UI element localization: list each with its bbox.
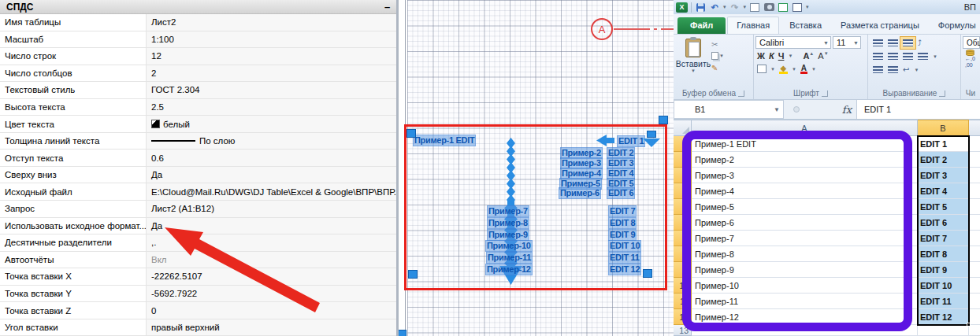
cell-b[interactable]: EDIT 10 [918,278,969,294]
ribbon-tab[interactable]: Вставка [781,17,830,34]
property-value[interactable]: По слою [147,133,399,150]
ribbon-tab[interactable]: Разметка страницы [832,17,928,34]
cut-icon[interactable]: ✂ [711,39,724,49]
customize-qat-icon[interactable]: ▾ [806,4,809,10]
decrease-indent-icon[interactable] [873,66,883,73]
orientation-icon[interactable]: ⤴ [918,39,922,47]
cell-b[interactable]: EDIT 1 [918,136,969,152]
cell-a[interactable]: Пример-12 [692,309,918,325]
cell-b[interactable]: EDIT 4 [918,183,969,199]
cell-c[interactable] [969,294,980,309]
property-row[interactable]: Толщина линий текста По слою [0,133,399,150]
cell-c[interactable] [969,152,980,168]
name-box-resize-icon[interactable] [793,106,800,113]
row-header[interactable]: 2 [674,152,692,168]
cad-text[interactable]: Пример-7 [487,205,529,217]
cell-b[interactable]: EDIT 11 [918,294,969,309]
cell-a[interactable] [692,325,918,336]
grow-font-button[interactable]: А▲ [803,51,814,61]
align-top-icon[interactable] [873,39,883,46]
align-bottom-icon[interactable] [903,39,913,46]
select-all-button[interactable] [674,120,692,136]
undo-icon[interactable]: ↶ [709,2,720,13]
cell-b[interactable]: EDIT 7 [918,231,969,246]
cell-c[interactable] [969,199,980,215]
undo-dropdown-icon[interactable]: ▾ [723,4,726,10]
property-value[interactable]: правый верхний [147,319,399,336]
row-header[interactable]: 1 [674,136,692,152]
property-row[interactable]: Точка вставки Y -5692.7922 [0,286,399,303]
row-header[interactable]: 5 [674,199,692,215]
grip-top-right[interactable] [659,116,668,124]
cad-text[interactable]: EDIT 12 [608,264,641,275]
cell-a[interactable]: Пример-8 [692,246,918,262]
cad-text[interactable]: EDIT 11 [608,252,641,264]
property-value[interactable]: 0 [147,302,399,319]
underline-dropdown-icon[interactable]: ▼ [788,54,793,58]
grip-bottom-right[interactable] [643,269,652,278]
clipboard-dialog-launcher-icon[interactable] [738,90,744,97]
cell-b[interactable]: EDIT 3 [918,168,969,183]
bold-button[interactable]: Ж [757,51,765,61]
number-format-select[interactable]: Общ [963,36,980,49]
alignment-dialog-launcher-icon[interactable] [939,90,945,97]
property-value[interactable]: Лист2 (A1:B12) [147,201,399,217]
cell-c[interactable] [969,168,980,183]
italic-button[interactable]: К [769,51,774,61]
paste-dropdown-icon[interactable]: ▼ [691,68,696,73]
borders-dropdown-icon[interactable]: ▼ [770,67,775,72]
shrink-font-button[interactable]: А▼ [818,51,828,61]
property-value[interactable]: 12 [147,48,399,65]
cell-b[interactable] [918,325,969,336]
property-value[interactable]: Вкл [147,252,399,268]
font-size-select[interactable]: 11▼ [833,36,861,49]
property-row[interactable]: Десятичные разделители ,. [0,234,399,252]
property-value[interactable]: ,. [147,234,399,251]
property-value[interactable]: 0.6 [147,150,399,166]
borders-icon[interactable] [757,65,767,73]
fill-color-icon[interactable]: ◆ [779,65,788,74]
cell-a[interactable]: Пример-7 [692,231,918,246]
property-row[interactable]: Автоотчёты Вкл [0,252,399,269]
property-value[interactable]: -5692.7922 [147,286,399,302]
property-value[interactable]: Да [147,218,399,234]
property-row[interactable]: Цвет текста белый [0,116,399,133]
column-header-b[interactable]: B [918,120,969,136]
property-row[interactable]: Высота текста 2.5 [0,99,399,116]
increase-decimal-icon[interactable]: ←,0 [963,56,978,62]
copy-icon[interactable]: ▼ [711,51,724,61]
property-row[interactable]: Точка вставки Z 0 [0,302,399,319]
insert-function-icon[interactable]: fx [842,104,852,116]
cell-c[interactable] [969,262,980,278]
wrap-text-icon[interactable]: ↩ [903,65,909,74]
cell-c[interactable] [969,246,980,262]
panel-minimize-button[interactable]: – [382,2,392,12]
cad-text[interactable]: Пример-10 [485,240,533,252]
format-painter-icon[interactable]: ✎ [711,63,724,72]
cad-text[interactable]: EDIT 9 [608,229,637,241]
grip-partial-bottom[interactable] [399,330,406,336]
property-value[interactable]: Лист2 [147,14,399,31]
underline-button[interactable]: Ч [778,51,785,61]
column-header-c[interactable] [969,120,980,136]
property-row[interactable]: Сверху вниз Да [0,167,399,184]
cad-text[interactable]: Пример-11 [486,252,533,264]
align-center-icon[interactable] [888,53,898,60]
row-header[interactable]: 10 [674,278,692,294]
property-row[interactable]: Точка вставки X -22262.5107 [0,268,399,286]
row-header[interactable]: 8 [674,246,692,262]
row-header[interactable]: 9 [674,262,692,278]
property-value[interactable]: ГОСТ 2.304 [147,82,399,98]
cad-text[interactable]: EDIT 7 [608,205,637,217]
column-header-a[interactable]: A [692,120,918,136]
cell-a[interactable]: Пример-4 [692,183,918,199]
merge-dropdown-icon[interactable]: ▼ [933,54,937,59]
cell-c[interactable] [969,325,980,336]
property-row[interactable]: Запрос Лист2 (A1:B12) [0,201,399,218]
property-value[interactable]: 1:100 [147,31,399,48]
property-value[interactable]: 2.5 [147,99,399,116]
cad-text[interactable]: EDIT 10 [608,240,641,252]
cell-b[interactable]: EDIT 9 [918,262,969,278]
property-value[interactable]: 2 [147,65,399,82]
cell-b[interactable]: EDIT 2 [918,152,969,168]
